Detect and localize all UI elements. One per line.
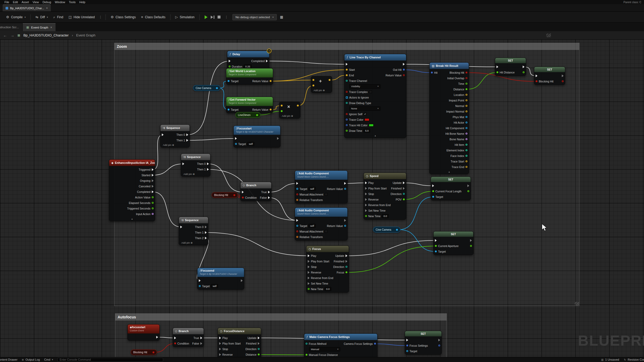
dropdown[interactable]: Visibility▾ [349, 84, 380, 89]
float-pin[interactable] [306, 354, 307, 356]
menu-tools[interactable]: Tools [67, 1, 77, 4]
value-input[interactable]: self [247, 142, 254, 146]
float-pin[interactable] [152, 207, 154, 209]
node-add-audio-component[interactable]: ƒAdd Audio ComponentSound Wave Camera So… [295, 207, 348, 240]
var-node-blocking-hit[interactable]: Blocking Hit [211, 192, 238, 198]
float-pin[interactable] [403, 198, 405, 200]
menu-window[interactable]: Window [53, 1, 67, 4]
exec-pin[interactable] [435, 239, 437, 242]
add-pin-button[interactable]: Add pin ⊕ [179, 241, 208, 245]
exec-pin[interactable] [467, 184, 469, 187]
exec-pin[interactable] [200, 342, 202, 345]
node-enhancedinputaction-ia-zoom[interactable]: ◆EnhancedInputAction IA_ZoomTriggeredSta… [109, 159, 155, 221]
class-settings-button[interactable]: ⚙ Class Settings [108, 13, 138, 21]
chevron-down-icon[interactable]: ▾ [25, 16, 26, 18]
exec-pin[interactable] [365, 187, 367, 190]
simulation-button[interactable]: ▷ Simulation [173, 13, 197, 21]
exec-pin[interactable] [523, 66, 525, 68]
float-pin[interactable] [523, 71, 525, 73]
xform-pin[interactable] [296, 199, 298, 201]
bool-pin[interactable] [346, 91, 348, 93]
name-pin[interactable] [466, 133, 467, 134]
obj-pin[interactable] [432, 196, 434, 198]
enum-pin[interactable] [403, 193, 405, 195]
vec-pin[interactable] [297, 105, 299, 106]
exec-pin[interactable] [205, 226, 207, 228]
play-button[interactable] [205, 15, 208, 19]
exec-pin[interactable] [365, 198, 367, 201]
vec-pin[interactable] [346, 69, 348, 71]
exec-pin[interactable] [296, 219, 298, 222]
exec-pin[interactable] [536, 75, 537, 77]
obj-pin[interactable] [406, 350, 408, 352]
node-break-hit-result[interactable]: ▨Break Hit ResultHitBlocking HitInitial … [429, 62, 469, 174]
menu-view[interactable]: View [31, 1, 41, 4]
compile-button[interactable]: ⚙ Compile ▾ [4, 13, 28, 21]
float-pin[interactable] [346, 130, 348, 132]
node-header[interactable]: ⇉Sequence [179, 217, 208, 223]
breadcrumb-root[interactable]: Bp_HA3DSTUDIO_Character [23, 33, 68, 37]
var-node-blocking-hit[interactable]: Blocking Hit [131, 349, 157, 355]
value-input[interactable]: 5.0 [364, 129, 370, 133]
int-pin[interactable] [466, 144, 467, 146]
node-focusstart[interactable]: ƒFocusstartTarget is Bp HA3DSTUDIO Chara… [233, 126, 280, 147]
node-line-trace-by-channel[interactable]: ƒLine Trace By ChannelStartOut HitEndRet… [344, 54, 406, 138]
obj-pin[interactable] [344, 225, 346, 227]
exec-pin[interactable] [152, 179, 154, 182]
content-drawer-button[interactable]: ▴ Content Drawer [0, 358, 17, 361]
bool-pin[interactable] [242, 197, 244, 198]
exec-pin[interactable] [562, 75, 564, 77]
exec-pin[interactable] [219, 342, 221, 345]
node-get-forward-vector[interactable]: ƒGet Forward VectorTarget is Scene Compo… [226, 97, 273, 113]
exec-pin[interactable] [199, 279, 201, 282]
struct-pin[interactable] [438, 345, 440, 346]
bool-pin[interactable] [233, 194, 235, 196]
exec-pin[interactable] [229, 60, 231, 62]
vec-pin[interactable] [346, 74, 348, 76]
exec-pin[interactable] [365, 209, 367, 212]
collapse-button[interactable]: ▴ [344, 134, 406, 138]
color-swatch[interactable] [365, 118, 369, 121]
add-pin-button[interactable]: Add pin ⊕ [181, 173, 210, 176]
node-header[interactable]: ◇Branch [173, 328, 204, 334]
exec-pin[interactable] [346, 63, 348, 66]
node-header[interactable]: ƒAdd Audio ComponentSound Wave Camera So… [295, 208, 347, 217]
forward-button[interactable]: → [10, 33, 14, 38]
tab-construction-script[interactable]: ▦ Construction Scr... [0, 23, 22, 31]
bool-pin[interactable] [536, 80, 537, 82]
var-node-cine-camera[interactable]: Cine Camera [193, 85, 220, 91]
node-plus[interactable]: +Add pin ⊕ [311, 76, 332, 93]
obj-pin[interactable] [216, 87, 218, 89]
overflow-menu-icon[interactable]: ⋮ [98, 15, 103, 19]
exec-pin[interactable] [186, 139, 188, 142]
node-set[interactable]: SETCurrent ApertureTarget [433, 231, 473, 255]
float-pin[interactable] [256, 114, 258, 116]
node-header[interactable]: ◷FocusDistance [218, 328, 261, 334]
bool-pin[interactable] [296, 230, 298, 232]
exec-pin[interactable] [205, 237, 207, 239]
diff-button[interactable]: ⇆ Diff ▾ [33, 13, 50, 21]
node-sequence[interactable]: ⇉SequenceThen 0Then 1Add pin ⊕ [160, 124, 190, 147]
exec-pin[interactable] [156, 336, 158, 338]
node-set[interactable]: SETFocus SettingsTarget [405, 331, 442, 355]
bool-pin[interactable] [562, 80, 564, 82]
comment-title[interactable]: Autofocus [115, 314, 447, 321]
exec-pin[interactable] [219, 337, 221, 339]
exec-pin[interactable] [219, 353, 221, 356]
vec-pin[interactable] [329, 79, 330, 81]
exec-pin[interactable] [152, 185, 154, 188]
vec-pin[interactable] [466, 94, 467, 96]
back-button[interactable]: ← [3, 33, 7, 38]
node-header[interactable]: ƒFocusstartTarget is Bp HA3DSTUDIO Chara… [234, 126, 280, 135]
float-pin[interactable] [152, 196, 154, 198]
name-pin[interactable] [466, 138, 467, 140]
vec-pin[interactable] [466, 105, 467, 107]
exec-pin[interactable] [162, 133, 164, 136]
node-add-audio-component[interactable]: ƒAdd Audio ComponentSound Wave Camera So… [295, 170, 348, 203]
bool-pin[interactable] [174, 342, 176, 344]
obj-pin[interactable] [199, 285, 201, 287]
node-sequence[interactable]: ⇉SequenceThen 0Then 1Add pin ⊕ [181, 154, 210, 177]
debug-filter-icon[interactable]: ▦ [280, 15, 283, 19]
exec-pin[interactable] [308, 254, 310, 257]
float-pin[interactable] [229, 66, 231, 67]
